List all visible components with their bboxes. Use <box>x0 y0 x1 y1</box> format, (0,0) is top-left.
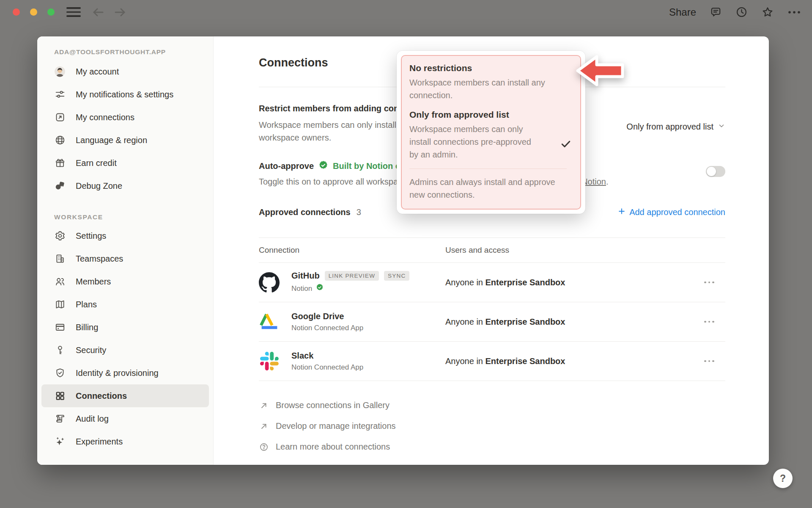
sidebar-item-experiments[interactable]: Experiments <box>41 430 209 453</box>
verified-shield-icon <box>315 283 324 294</box>
titlebar: Share <box>0 0 812 24</box>
option-title: Only from approved list <box>409 109 573 120</box>
sidebar-item-label: Earn credit <box>76 158 117 168</box>
sidebar-item-label: Debug Zone <box>76 181 122 191</box>
map-icon <box>54 299 66 310</box>
sidebar-item-label: Security <box>76 345 106 355</box>
google-drive-logo-icon <box>259 312 280 332</box>
access-text: Anyone in Enterprise Sandbox <box>445 356 565 366</box>
arrow-up-right-icon <box>259 422 269 431</box>
connection-name: GitHub <box>291 271 320 281</box>
sliders-icon <box>54 89 66 100</box>
popup-footer-note: Admins can always install and approve ne… <box>409 168 567 201</box>
option-description: Workspace members can only install conne… <box>409 123 541 161</box>
connections-table: Connection Users and access GitHub LINK … <box>259 237 725 381</box>
auto-approve-label: Auto-approve <box>259 161 314 171</box>
help-button[interactable]: ? <box>773 469 793 488</box>
sidebar-item-earn-credit[interactable]: Earn credit <box>41 152 209 174</box>
option-only-from-approved-list[interactable]: Only from approved list Workspace member… <box>409 109 573 161</box>
sidebar-item-label: Identity & provisioning <box>76 368 159 378</box>
sidebar-item-label: Experiments <box>76 437 123 447</box>
minimize-window-button[interactable] <box>30 8 37 16</box>
link-preview-badge: LINK PREVIEW <box>325 271 379 281</box>
sidebar-item-plans[interactable]: Plans <box>41 293 209 316</box>
globe-icon <box>54 135 66 146</box>
develop-integrations-link[interactable]: Develop or manage integrations <box>259 421 725 431</box>
row-more-options-icon[interactable] <box>703 358 715 365</box>
footer-links: Browse connections in Gallery Develop or… <box>259 400 725 452</box>
table-row: Slack Notion Connected App Anyone in Ent… <box>259 342 725 381</box>
connection-name: Google Drive <box>291 312 344 321</box>
sidebar-item-label: Settings <box>76 231 106 241</box>
people-icon <box>54 276 66 287</box>
table-header: Connection Users and access <box>259 238 725 263</box>
column-header-connection: Connection <box>259 246 445 255</box>
connection-subtitle: Notion <box>291 284 312 293</box>
sidebar-item-label: Members <box>76 277 111 287</box>
sidebar-item-my-connections[interactable]: My connections <box>41 106 209 129</box>
plus-icon <box>617 207 626 218</box>
forward-icon[interactable] <box>114 6 126 18</box>
popup-highlight-region: No restrictions Workspace members can in… <box>401 55 581 210</box>
chevron-down-icon <box>718 122 725 132</box>
comments-icon[interactable] <box>710 6 722 18</box>
back-icon[interactable] <box>92 6 104 18</box>
table-row: Google Drive Notion Connected App Anyone… <box>259 302 725 342</box>
slack-logo-icon <box>259 351 280 372</box>
sidebar-item-identity-provisioning[interactable]: Identity & provisioning <box>41 362 209 384</box>
sidebar-item-language-region[interactable]: Language & region <box>41 129 209 152</box>
menu-icon[interactable] <box>66 7 81 17</box>
sidebar-item-debug-zone[interactable]: Debug Zone <box>41 174 209 197</box>
github-logo-icon <box>259 272 280 293</box>
sidebar-item-members[interactable]: Members <box>41 270 209 293</box>
share-button[interactable]: Share <box>669 6 696 18</box>
arrow-up-right-square-icon <box>54 112 66 123</box>
zoom-window-button[interactable] <box>47 8 55 16</box>
sidebar-item-teamspaces[interactable]: Teamspaces <box>41 247 209 270</box>
auto-approve-toggle[interactable] <box>706 166 725 177</box>
row-more-options-icon[interactable] <box>703 318 715 326</box>
close-window-button[interactable] <box>13 8 20 16</box>
sidebar-item-label: My account <box>76 67 119 77</box>
dropdown-selected-value: Only from approved list <box>626 122 713 132</box>
shield-check-icon <box>54 367 66 379</box>
sparkles-icon <box>54 436 66 447</box>
row-more-options-icon[interactable] <box>703 279 715 286</box>
key-icon <box>54 345 66 356</box>
sidebar-item-billing[interactable]: Billing <box>41 316 209 339</box>
toggle-knob <box>707 167 716 176</box>
browse-gallery-link[interactable]: Browse connections in Gallery <box>259 400 725 410</box>
account-email: ADA@TOOLSFORTHOUGHT.APP <box>37 48 213 60</box>
approved-connections-count: 3 <box>357 207 361 217</box>
access-text: Anyone in Enterprise Sandbox <box>445 317 565 327</box>
approved-connections-label: Approved connections <box>259 207 351 217</box>
favorite-star-icon[interactable] <box>761 6 774 19</box>
option-no-restrictions[interactable]: No restrictions Workspace members can in… <box>409 63 573 102</box>
sidebar-item-settings[interactable]: Settings <box>41 224 209 247</box>
sidebar-item-label: Plans <box>76 300 97 309</box>
sidebar-item-label: Connections <box>76 391 127 401</box>
more-options-icon[interactable] <box>787 10 801 14</box>
sidebar-item-security[interactable]: Security <box>41 339 209 362</box>
sidebar-item-label: Language & region <box>76 135 147 145</box>
sidebar-item-label: Teamspaces <box>76 254 123 264</box>
checkmark-icon <box>560 138 572 152</box>
connection-name: Slack <box>291 351 313 361</box>
restriction-dropdown-popup: No restrictions Workspace members can in… <box>397 51 585 214</box>
learn-more-link[interactable]: Learn more about connections <box>259 442 725 452</box>
sidebar-item-my-account[interactable]: My account <box>41 60 209 83</box>
access-text: Anyone in Enterprise Sandbox <box>445 278 565 287</box>
restrict-members-dropdown[interactable]: Only from approved list <box>626 122 725 132</box>
add-approved-connection-button[interactable]: Add approved connection <box>617 207 725 218</box>
sidebar-item-connections[interactable]: Connections <box>41 384 209 407</box>
grid-icon <box>54 390 66 402</box>
sidebar-item-notifications-settings[interactable]: My notifications & settings <box>41 83 209 106</box>
table-row: GitHub LINK PREVIEW SYNC Notion A <box>259 263 725 302</box>
sidebar-item-audit-log[interactable]: Audit log <box>41 407 209 430</box>
sidebar-item-label: Billing <box>76 323 98 332</box>
workspace-section-label: WORKSPACE <box>54 213 213 221</box>
option-description: Workspace members can install any connec… <box>409 76 551 102</box>
avatar <box>54 66 66 77</box>
history-icon[interactable] <box>735 6 748 18</box>
annotation-arrow-icon <box>575 54 625 91</box>
